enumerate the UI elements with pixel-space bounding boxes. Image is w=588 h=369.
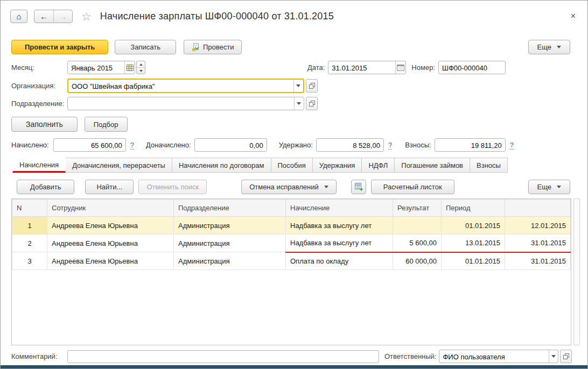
date-field[interactable] bbox=[328, 61, 406, 74]
spinner-up-icon[interactable] bbox=[137, 61, 145, 67]
department-field[interactable] bbox=[67, 97, 304, 110]
department-input[interactable] bbox=[68, 97, 294, 110]
responsible-open-button[interactable] bbox=[560, 350, 572, 363]
organization-dropdown-icon[interactable] bbox=[293, 80, 303, 92]
table-more-button[interactable]: Еще bbox=[528, 180, 570, 194]
number-input[interactable] bbox=[439, 61, 505, 74]
contributions-field[interactable] bbox=[435, 138, 506, 152]
more-button[interactable]: Еще bbox=[528, 40, 570, 54]
favorite-star-icon[interactable]: ☆ bbox=[81, 11, 92, 22]
cell-accrual[interactable]: Надбавка за выслугу лет bbox=[286, 217, 393, 235]
cancel-search-button[interactable]: Отменить поиск bbox=[138, 180, 207, 194]
cell-accrual[interactable]: Надбавка за выслугу лет bbox=[286, 235, 393, 252]
column-header[interactable]: Сотрудник bbox=[47, 200, 174, 217]
department-dropdown-icon[interactable] bbox=[294, 97, 304, 110]
tab-2[interactable]: Доначисления, перерасчеты bbox=[65, 158, 172, 173]
close-icon[interactable]: × bbox=[568, 10, 579, 22]
withheld-field[interactable] bbox=[316, 138, 384, 152]
organization-field[interactable] bbox=[67, 79, 304, 93]
cell-period-start[interactable]: 01.01.2015 bbox=[442, 217, 505, 235]
more-button-label: Еще bbox=[537, 43, 551, 51]
table-row[interactable]: 3Андреева Елена ЮрьевнаАдминистрацияОпла… bbox=[12, 252, 571, 270]
table-more-label: Еще bbox=[537, 183, 551, 191]
save-button[interactable]: Записать bbox=[115, 40, 176, 54]
column-header[interactable]: Результат bbox=[393, 200, 442, 217]
column-header[interactable]: Начисление bbox=[286, 200, 393, 217]
footer-row: Комментарий: Ответственный: bbox=[11, 350, 587, 363]
cell-employee[interactable]: Андреева Елена Юрьевна bbox=[47, 235, 174, 252]
home-icon: ⌂ bbox=[16, 12, 21, 21]
back-icon: ← bbox=[40, 12, 48, 21]
tab-7[interactable]: Погашение займов bbox=[394, 158, 470, 173]
cell-department[interactable]: Администрация bbox=[174, 217, 286, 235]
responsible-field[interactable] bbox=[439, 350, 558, 363]
cell-n[interactable]: 3 bbox=[12, 252, 47, 270]
column-settings-button[interactable] bbox=[351, 180, 366, 194]
column-header[interactable] bbox=[505, 200, 571, 217]
table-row[interactable]: 2Андреева Елена ЮрьевнаАдминистрацияНадб… bbox=[12, 235, 571, 252]
contributions-help-link[interactable]: ? bbox=[510, 141, 514, 150]
tab-1[interactable]: Начисления bbox=[12, 158, 66, 173]
cell-period-end[interactable]: 31.01.2015 bbox=[505, 252, 571, 270]
cell-result[interactable] bbox=[393, 217, 442, 235]
fill-button[interactable]: Заполнить bbox=[11, 117, 78, 132]
titlebar: ⌂ ← → ☆ Начисление зарплаты ШФ00-000040 … bbox=[1, 1, 587, 32]
column-header[interactable]: N bbox=[12, 200, 47, 217]
post-button[interactable]: Провести bbox=[184, 40, 242, 54]
organization-input[interactable] bbox=[68, 80, 293, 93]
column-header[interactable]: Подразделение bbox=[174, 200, 286, 217]
tab-6[interactable]: НДФЛ bbox=[361, 158, 395, 173]
contributions-input[interactable] bbox=[435, 139, 505, 152]
comment-input[interactable] bbox=[68, 351, 379, 364]
cell-department[interactable]: Администрация bbox=[174, 235, 286, 252]
pick-button[interactable]: Подбор bbox=[85, 117, 128, 132]
add-button[interactable]: Добавить bbox=[17, 180, 74, 194]
tab-4[interactable]: Пособия bbox=[271, 158, 313, 173]
post-and-close-button[interactable]: Провести и закрыть bbox=[11, 40, 108, 54]
spinner-down-icon[interactable] bbox=[137, 67, 145, 74]
cell-period-start[interactable]: 01.01.2015 bbox=[442, 252, 505, 270]
month-input[interactable] bbox=[68, 61, 124, 74]
accrued-input[interactable] bbox=[54, 139, 125, 152]
find-button[interactable]: Найти... bbox=[85, 180, 134, 194]
tab-8[interactable]: Взносы bbox=[470, 158, 508, 173]
home-button[interactable]: ⌂ bbox=[10, 10, 27, 23]
department-open-button[interactable] bbox=[306, 97, 318, 110]
cell-period-end[interactable]: 12.01.2015 bbox=[505, 217, 571, 235]
calendar-icon[interactable] bbox=[395, 61, 405, 74]
organization-open-button[interactable] bbox=[306, 79, 318, 93]
accrued-help-link[interactable]: ? bbox=[130, 141, 134, 150]
additional-field[interactable] bbox=[194, 138, 267, 152]
cell-result[interactable]: 60 000,00 bbox=[393, 252, 442, 270]
cell-period-end[interactable]: 31.01.2015 bbox=[505, 235, 571, 252]
date-input[interactable] bbox=[328, 61, 395, 74]
month-field[interactable] bbox=[67, 61, 135, 74]
cell-result[interactable]: 5 600,00 bbox=[393, 235, 442, 252]
cell-department[interactable]: Администрация bbox=[174, 252, 286, 270]
accrued-field[interactable] bbox=[53, 138, 126, 152]
vertical-scrollbar[interactable] bbox=[573, 198, 580, 345]
back-button[interactable]: ← bbox=[34, 10, 53, 23]
table-row[interactable]: 1Андреева Елена ЮрьевнаАдминистрацияНадб… bbox=[12, 217, 571, 235]
responsible-input[interactable] bbox=[439, 350, 549, 363]
number-field[interactable] bbox=[438, 61, 506, 74]
undo-corrections-button[interactable]: Отмена исправлений bbox=[241, 180, 337, 194]
cell-employee[interactable]: Андреева Елена Юрьевна bbox=[47, 252, 174, 270]
comment-field[interactable] bbox=[67, 350, 379, 363]
withheld-input[interactable] bbox=[317, 139, 383, 152]
cell-accrual[interactable]: Оплата по окладу bbox=[286, 252, 393, 270]
month-picker-icon[interactable] bbox=[124, 61, 135, 74]
cell-n[interactable]: 2 bbox=[12, 235, 47, 252]
column-header[interactable]: Период bbox=[442, 200, 505, 217]
cell-period-start[interactable]: 13.01.2015 bbox=[442, 235, 505, 252]
forward-button[interactable]: → bbox=[53, 10, 72, 23]
responsible-dropdown-icon[interactable] bbox=[549, 350, 558, 363]
cell-employee[interactable]: Андреева Елена Юрьевна bbox=[47, 217, 174, 235]
payslip-button[interactable]: Расчетный листок bbox=[371, 180, 454, 194]
month-spinner[interactable] bbox=[136, 61, 145, 74]
tab-5[interactable]: Удержания bbox=[312, 158, 362, 173]
withheld-help-link[interactable]: ? bbox=[388, 141, 392, 150]
cell-n[interactable]: 1 bbox=[12, 217, 47, 235]
additional-input[interactable] bbox=[195, 139, 267, 152]
tab-3[interactable]: Начисления по договорам bbox=[172, 158, 271, 173]
